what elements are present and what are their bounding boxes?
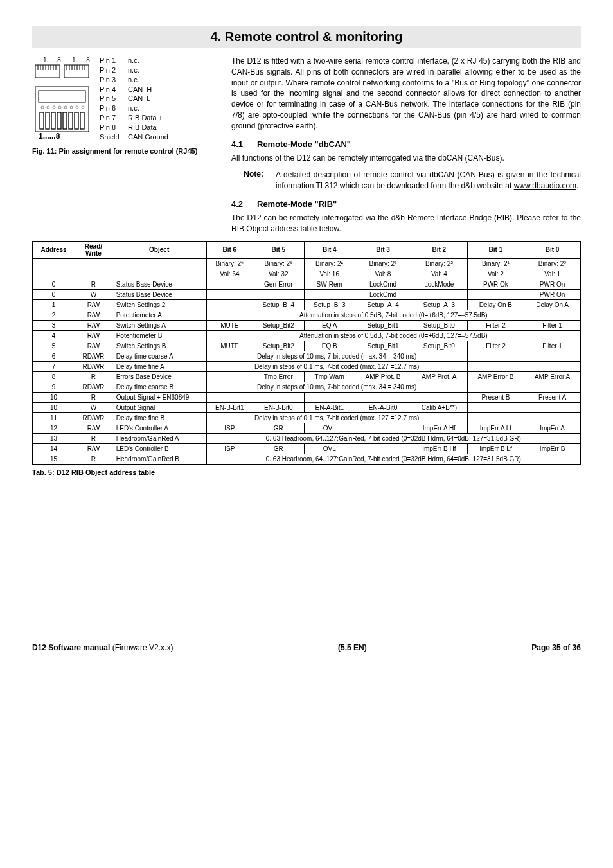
table-cell	[33, 258, 75, 269]
table-cell: Headroom/GainRed B	[112, 454, 206, 464]
table-cell: Potentiometer B	[112, 330, 206, 341]
table-cell: Filter 1	[524, 341, 581, 351]
table-cell: 12	[33, 423, 75, 433]
table-cell: 11	[33, 412, 75, 423]
table-cell: Setup_Bit2	[253, 320, 304, 330]
pin-signal: RIB Data +	[128, 113, 163, 123]
table-cell: Delay time fine A	[112, 361, 206, 371]
table-cell: RD/WR	[75, 351, 112, 361]
pin-signal: n.c.	[128, 66, 139, 75]
table-cell: EQ B	[304, 341, 355, 351]
table-cell: LockMode	[411, 279, 468, 289]
table-cell	[206, 279, 253, 289]
table-cell: RD/WR	[75, 382, 112, 392]
pin-row: Pin 4CAN_H	[100, 85, 168, 94]
table-cell: 15	[33, 454, 75, 464]
table-cell	[411, 392, 468, 402]
pin-row: Pin 6n.c.	[100, 103, 168, 113]
svg-rect-28	[40, 112, 44, 129]
table-row: 15RHeadroom/GainRed B0..63:Headroom, 64.…	[33, 454, 581, 464]
col-header: Bit 3	[355, 241, 411, 258]
table-cell: W	[75, 402, 112, 412]
table-cell: Delay On B	[467, 299, 524, 310]
pin-name: Shield	[100, 132, 124, 142]
table-cell	[206, 392, 253, 402]
table-cell	[411, 289, 468, 299]
table-cell	[467, 351, 524, 361]
pin-name: Pin 2	[100, 66, 124, 75]
table-cell: ImpErr B Lf	[467, 443, 524, 454]
pin-name: Pin 1	[100, 56, 124, 66]
table-cell: ImpErr A Lf	[467, 423, 524, 433]
table-cell	[75, 269, 112, 279]
table-cell: Headroom/GainRed A	[112, 433, 206, 443]
col-header: Object	[112, 241, 206, 258]
table-cell	[355, 443, 411, 454]
table-cell: Val: 2	[467, 269, 524, 279]
table-cell	[304, 289, 355, 299]
table-span-cell: Attenuation in steps of 0.5dB, 7-bit cod…	[206, 330, 580, 341]
section-4-2-heading: 4.2Remote-Mode "RIB"	[231, 199, 581, 209]
table-cell: ImpErr B Hf	[411, 443, 468, 454]
svg-point-20	[41, 106, 44, 109]
svg-point-23	[58, 106, 61, 109]
table-cell: AMP Error A	[524, 371, 581, 382]
table-cell	[33, 269, 75, 279]
table-cell: Setup_A_3	[411, 299, 468, 310]
table-cell: Output Signal + EN60849	[112, 392, 206, 402]
table-cell: Errors Base Device	[112, 371, 206, 382]
footer-mid: (5.5 EN)	[338, 643, 367, 652]
table-cell: 7	[33, 361, 75, 371]
table-cell: LockCmd	[355, 289, 411, 299]
table-cell: 0	[33, 279, 75, 289]
dbaudio-link[interactable]: www.dbaudio.com	[514, 181, 576, 190]
table-cell: GR	[253, 443, 304, 454]
svg-rect-34	[75, 112, 78, 129]
table-caption: Tab. 5: D12 RIB Object address table	[32, 468, 581, 476]
table-cell: 5	[33, 341, 75, 351]
pin-name: Pin 8	[100, 123, 124, 132]
pin-signal: CAN_H	[128, 85, 152, 94]
table-cell	[112, 258, 206, 269]
table-cell: Switch Settings 2	[112, 299, 206, 310]
table-cell: ImpErr A Hf	[411, 423, 468, 433]
pin-name: Pin 6	[100, 103, 124, 113]
table-span-cell: 0..63:Headroom, 64..127:GainRed, 7-bit c…	[206, 454, 580, 464]
table-cell: 0	[33, 289, 75, 299]
table-cell	[467, 382, 524, 392]
pin-top-label-b: 1......8	[72, 57, 90, 64]
table-cell: R	[75, 279, 112, 289]
table-row: 8RErrors Base DeviceTmp ErrorTmp WarnAMP…	[33, 371, 581, 382]
table-cell	[206, 371, 253, 382]
table-cell: R	[75, 392, 112, 402]
table-row: 1R/WSwitch Settings 2Setup_B_4Setup_B_3S…	[33, 299, 581, 310]
footer-left: D12 Software manual (Firmware V2.x.x)	[32, 643, 173, 652]
table-cell: PWR Ok	[467, 279, 524, 289]
col-header: Bit 4	[304, 241, 355, 258]
table-row: 13RHeadroom/GainRed A0..63:Headroom, 64.…	[33, 433, 581, 443]
pin-row: Pin 8RIB Data -	[100, 123, 168, 132]
table-cell: LED's Controller A	[112, 423, 206, 433]
table-cell	[524, 382, 581, 392]
table-cell: 13	[33, 433, 75, 443]
table-cell	[524, 402, 581, 412]
table-row: 9RD/WRDelay time coarse BDelay in steps …	[33, 382, 581, 392]
table-cell: Filter 2	[467, 320, 524, 330]
table-row: 0WStatus Base DeviceLockCmdPWR On	[33, 289, 581, 299]
table-cell: MUTE	[206, 341, 253, 351]
note-body: A detailed description of remote control…	[276, 170, 581, 191]
table-cell: SW-Rem	[304, 279, 355, 289]
table-cell: Setup_Bit1	[355, 320, 411, 330]
right-column: The D12 is fitted with a two-wire serial…	[231, 56, 581, 170]
table-cell: Setup_B_4	[253, 299, 304, 310]
table-cell: Delay time coarse A	[112, 351, 206, 361]
table-cell: Binary: 2²	[411, 258, 468, 269]
table-cell: 14	[33, 443, 75, 454]
pin-signal: n.c.	[128, 103, 139, 113]
table-cell: Delay On A	[524, 299, 581, 310]
table-row: 5R/WSwitch Settings BMUTESetup_Bit2EQ BS…	[33, 341, 581, 351]
svg-point-26	[76, 106, 78, 109]
left-column: 1......8 1......8	[32, 56, 218, 170]
col-header: Bit 6	[206, 241, 253, 258]
svg-point-24	[64, 106, 67, 109]
